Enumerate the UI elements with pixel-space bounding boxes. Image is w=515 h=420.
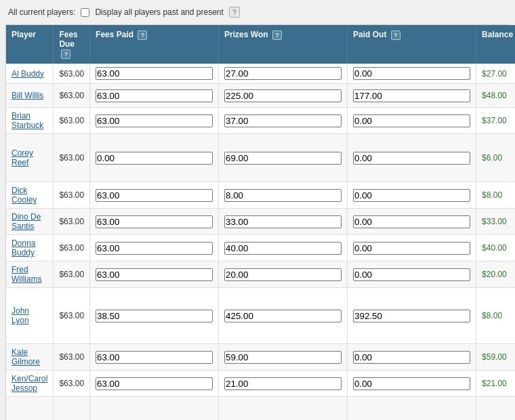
paid-out-cell[interactable] xyxy=(348,288,476,344)
fees-paid-input[interactable] xyxy=(96,377,213,390)
prizes-won-cell[interactable] xyxy=(219,288,348,344)
paid-out-input[interactable] xyxy=(353,114,470,127)
balance-cell: $8.00 xyxy=(476,288,515,344)
prizes-won-input[interactable] xyxy=(224,351,342,364)
prizes-won-cell[interactable] xyxy=(219,108,348,134)
paid-out-input[interactable] xyxy=(353,377,470,390)
fees-paid-cell[interactable] xyxy=(90,344,219,371)
player-name-link[interactable]: John Lyon xyxy=(12,306,29,325)
fees-due-cell: $63.00 xyxy=(54,261,90,288)
fees-paid-cell[interactable] xyxy=(90,371,219,397)
fees-paid-cell[interactable] xyxy=(90,209,219,235)
fees-paid-input[interactable] xyxy=(96,114,213,127)
fees-due-cell: $63.00 xyxy=(54,182,90,209)
fees-paid-cell[interactable] xyxy=(90,397,219,421)
fees-paid-input[interactable] xyxy=(96,242,213,255)
table-row: Donna Buddy$63.00$40.00📋 xyxy=(6,235,515,261)
fees-paid-input[interactable] xyxy=(96,189,213,202)
paid-out-input[interactable] xyxy=(353,242,470,255)
paid-out-cell[interactable] xyxy=(348,64,476,84)
player-name-link[interactable]: Al Buddy xyxy=(12,69,44,79)
player-name-link[interactable]: Donna Buddy xyxy=(12,238,35,257)
paid-out-input[interactable] xyxy=(353,268,470,281)
fees-paid-input[interactable] xyxy=(96,268,213,281)
paid-out-cell[interactable] xyxy=(348,182,476,209)
player-name-link[interactable]: Fred Williams xyxy=(12,265,42,284)
fees-paid-input[interactable] xyxy=(96,67,213,80)
fees-paid-cell[interactable] xyxy=(90,84,219,108)
fees-paid-cell[interactable] xyxy=(90,235,219,261)
prizes-won-help-icon[interactable]: ? xyxy=(272,30,282,40)
prizes-won-cell[interactable] xyxy=(219,235,348,261)
paid-out-input[interactable] xyxy=(353,189,470,202)
display-all-help-icon[interactable]: ? xyxy=(229,7,240,18)
fees-paid-input[interactable] xyxy=(96,152,213,165)
col-header-paid-out: Paid Out ? xyxy=(348,25,476,64)
paid-out-input[interactable] xyxy=(353,152,470,165)
fees-due-cell: $63.00 xyxy=(54,288,90,344)
player-name-link[interactable]: Bill Willis xyxy=(12,91,43,100)
paid-out-input[interactable] xyxy=(353,310,470,322)
prizes-won-input[interactable] xyxy=(224,377,342,390)
prizes-won-input[interactable] xyxy=(224,268,342,281)
paid-out-cell[interactable] xyxy=(348,371,476,397)
prizes-won-input[interactable] xyxy=(224,215,342,228)
prizes-won-input[interactable] xyxy=(224,67,342,80)
display-all-checkbox[interactable] xyxy=(81,8,89,17)
prizes-won-cell[interactable] xyxy=(219,64,348,84)
paid-out-cell[interactable] xyxy=(348,209,476,235)
paid-out-input[interactable] xyxy=(353,89,470,102)
balance-cell: $20.00 xyxy=(476,261,515,288)
fees-paid-cell[interactable] xyxy=(90,288,219,344)
player-name-link[interactable]: Dino De Santis xyxy=(12,212,41,231)
balance-cell: $33.00 xyxy=(476,209,515,235)
fees-paid-cell[interactable] xyxy=(90,182,219,209)
paid-out-cell[interactable] xyxy=(348,235,476,261)
paid-out-cell[interactable] xyxy=(348,134,476,182)
prizes-won-cell[interactable] xyxy=(219,182,348,209)
paid-out-input[interactable] xyxy=(353,67,470,80)
prizes-won-cell[interactable] xyxy=(219,134,348,182)
paid-out-help-icon[interactable]: ? xyxy=(391,30,400,40)
player-name-link[interactable]: Kale Gilmore xyxy=(12,348,40,366)
table-row: Dino De Santis$63.00$33.00📋 xyxy=(6,209,515,235)
prizes-won-input[interactable] xyxy=(224,242,342,255)
prizes-won-input[interactable] xyxy=(224,152,342,165)
fees-paid-cell[interactable] xyxy=(90,261,219,288)
fees-paid-input[interactable] xyxy=(96,89,213,102)
prizes-won-cell[interactable] xyxy=(219,84,348,108)
prizes-won-cell[interactable] xyxy=(219,344,348,371)
fees-due-cell: $63.00 xyxy=(54,84,90,108)
prizes-won-cell[interactable] xyxy=(219,397,348,421)
fees-paid-input[interactable] xyxy=(96,310,213,322)
table-row: Bill Willis$63.00$48.00📝Check sent xyxy=(6,84,515,108)
fees-paid-cell[interactable] xyxy=(90,64,219,84)
paid-out-cell[interactable] xyxy=(348,397,476,421)
prizes-won-cell[interactable] xyxy=(219,209,348,235)
player-name-link[interactable]: Corey Reef xyxy=(12,148,33,167)
fees-paid-cell[interactable] xyxy=(90,108,219,134)
table-row: Ken/Carol Jessop$63.00$21.00📋 xyxy=(6,371,515,397)
player-name-link[interactable]: Dick Cooley xyxy=(12,186,37,205)
player-name-link[interactable]: Ken/Carol Jessop xyxy=(12,374,47,393)
fees-paid-cell[interactable] xyxy=(90,134,219,182)
paid-out-input[interactable] xyxy=(353,215,470,228)
prizes-won-input[interactable] xyxy=(224,310,342,322)
table-row: Fred Williams$63.00$20.00📋 xyxy=(6,261,515,288)
fees-due-help-icon[interactable]: ? xyxy=(61,49,70,59)
player-name-link[interactable]: Brian Starbuck xyxy=(12,111,43,130)
prizes-won-cell[interactable] xyxy=(219,261,348,288)
paid-out-cell[interactable] xyxy=(348,344,476,371)
paid-out-cell[interactable] xyxy=(348,108,476,134)
paid-out-input[interactable] xyxy=(353,351,470,364)
paid-out-cell[interactable] xyxy=(348,84,476,108)
fees-paid-input[interactable] xyxy=(96,351,213,364)
prizes-won-input[interactable] xyxy=(224,89,342,102)
prizes-won-cell[interactable] xyxy=(219,371,348,397)
prizes-won-input[interactable] xyxy=(224,189,342,202)
col-header-prizes-won: Prizes Won ? xyxy=(219,25,348,64)
fees-paid-help-icon[interactable]: ? xyxy=(138,30,147,40)
fees-paid-input[interactable] xyxy=(96,215,213,228)
paid-out-cell[interactable] xyxy=(348,261,476,288)
prizes-won-input[interactable] xyxy=(224,114,342,127)
